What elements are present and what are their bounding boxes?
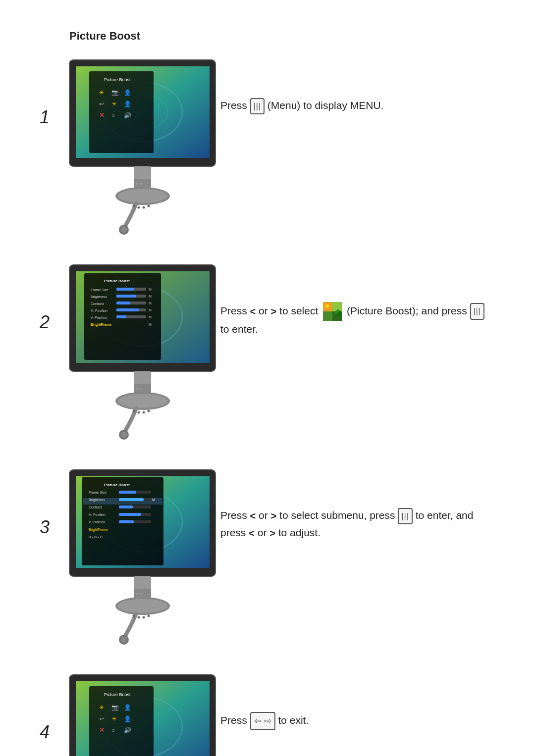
svg-text:V. Position: V. Position xyxy=(89,520,105,524)
svg-text:📷: 📷 xyxy=(111,89,119,96)
svg-rect-34 xyxy=(116,288,134,291)
svg-point-21 xyxy=(121,227,127,233)
svg-text:V. Position: V. Position xyxy=(91,316,107,319)
svg-rect-50 xyxy=(116,315,126,318)
step-1-number: 1 xyxy=(40,57,67,128)
svg-text:✳: ✳ xyxy=(99,704,104,711)
svg-text:✳: ✳ xyxy=(99,89,104,96)
svg-text:M: M xyxy=(149,295,152,298)
svg-text:🔊: 🔊 xyxy=(124,111,131,119)
svg-rect-42 xyxy=(116,302,130,304)
menu-button-icon-3: ||| xyxy=(398,508,412,525)
svg-text:Contrast: Contrast xyxy=(91,302,104,305)
svg-text:🔊: 🔊 xyxy=(124,726,131,734)
step-2-instruction: Press < or > to select (Picture Boost); … xyxy=(220,262,495,338)
page-title: Picture Boost xyxy=(69,30,495,43)
or-label-3: or xyxy=(259,509,271,521)
exit-button-icon: ⇦ ⇨ xyxy=(250,712,275,730)
svg-text:M: M xyxy=(149,315,152,319)
svg-point-63 xyxy=(148,410,150,412)
step-4-number: 4 xyxy=(40,672,67,743)
svg-text:👤: 👤 xyxy=(124,715,131,722)
svg-point-57 xyxy=(118,394,167,408)
svg-text:Picture Boost: Picture Boost xyxy=(104,483,130,487)
svg-point-61 xyxy=(138,411,140,414)
to-select-submenu: to select submenu, press xyxy=(279,509,398,521)
svg-text:noc: noc xyxy=(136,387,143,391)
svg-text:Frame Size: Frame Size xyxy=(89,491,107,494)
svg-point-103 xyxy=(138,616,140,619)
picture-boost-icon xyxy=(323,302,342,321)
svg-point-22 xyxy=(133,205,135,207)
press-label-2: Press xyxy=(220,305,250,316)
chevron-right-3: > xyxy=(271,510,277,521)
svg-point-23 xyxy=(138,206,140,209)
step-2-row: 2 Picture Boost Frame Size M Brightness … xyxy=(40,262,495,453)
step-2-number: 2 xyxy=(40,262,67,333)
svg-rect-67 xyxy=(323,311,332,321)
svg-text:👤: 👤 xyxy=(124,704,131,711)
svg-rect-87 xyxy=(119,505,133,508)
svg-text:○: ○ xyxy=(111,112,115,119)
to-enter-2: to enter. xyxy=(220,323,258,335)
svg-text:BrightFrame: BrightFrame xyxy=(89,528,108,532)
svg-text:BrightFrame: BrightFrame xyxy=(91,323,111,327)
svg-text:✕: ✕ xyxy=(99,111,105,119)
step-3-row: 3 Picture Boost Frame Size Brightness M … xyxy=(40,467,495,657)
svg-point-24 xyxy=(143,206,145,209)
svg-text:M: M xyxy=(149,302,152,305)
svg-point-71 xyxy=(325,304,329,308)
press-label-4: Press xyxy=(220,714,250,726)
step-1-text: (Menu) to display MENU. xyxy=(268,100,384,111)
svg-point-60 xyxy=(133,410,135,412)
svg-text:M: M xyxy=(149,308,152,312)
svg-text:↩: ↩ xyxy=(99,101,104,107)
svg-text:👤: 👤 xyxy=(124,89,131,96)
svg-text:📷: 📷 xyxy=(111,704,119,711)
press-label-3: Press xyxy=(220,509,250,521)
svg-text:M: M xyxy=(149,288,152,291)
chevron-left-3: < xyxy=(250,510,256,521)
svg-point-19 xyxy=(118,189,167,203)
svg-text:○: ○ xyxy=(111,727,115,734)
svg-point-104 xyxy=(143,616,145,619)
step-2-monitor: Picture Boost Frame Size M Brightness M … xyxy=(67,262,220,453)
page: Picture Boost 1 xyxy=(0,0,535,756)
svg-point-59 xyxy=(121,432,127,438)
step-1-instruction: Press ||| (Menu) to display MENU. xyxy=(220,57,495,114)
svg-point-105 xyxy=(148,615,150,617)
svg-point-62 xyxy=(143,411,145,414)
svg-text:Contrast: Contrast xyxy=(89,505,102,509)
svg-text:noc: noc xyxy=(136,592,143,596)
svg-text:M: M xyxy=(152,498,155,502)
to-select-2: to select xyxy=(279,305,321,316)
svg-rect-93 xyxy=(119,520,134,523)
to-adjust: to adjust. xyxy=(278,527,321,538)
step-1-monitor: Picture Boost ✳ 📷 👤 ↩ ☀ 👤 ✕ ○ 🔊 xyxy=(67,57,220,248)
chevron-left-2: < xyxy=(250,306,256,317)
svg-text:Picture Boost: Picture Boost xyxy=(104,692,131,697)
svg-point-25 xyxy=(148,205,150,207)
menu-button-icon-2: ||| xyxy=(470,303,484,320)
svg-text:↩: ↩ xyxy=(99,715,104,722)
svg-point-101 xyxy=(121,637,127,643)
menu-button-icon: ||| xyxy=(250,98,265,115)
step-3-instruction: Press < or > to select submenu, press ||… xyxy=(220,467,495,542)
svg-text:✕: ✕ xyxy=(99,726,105,734)
svg-text:B • N • O: B • N • O xyxy=(89,535,103,539)
step-3-monitor: Picture Boost Frame Size Brightness M Co… xyxy=(67,467,220,657)
svg-text:Picture Boost: Picture Boost xyxy=(104,279,130,283)
chevron-left-3b: < xyxy=(249,528,255,539)
svg-point-99 xyxy=(118,599,167,613)
chevron-right-3b: > xyxy=(269,528,275,539)
to-exit: to exit. xyxy=(278,714,309,726)
svg-text:Frame Size: Frame Size xyxy=(91,288,108,292)
press-label: Press xyxy=(220,100,247,111)
or-label-3b: or xyxy=(258,527,270,538)
step-4-monitor: Picture Boost ✳ 📷 👤 ↩ ☀ 👤 ✕ ○ 🔊 xyxy=(67,672,220,756)
svg-rect-90 xyxy=(119,513,141,516)
svg-text:Brightness: Brightness xyxy=(91,295,107,299)
svg-text:☀: ☀ xyxy=(111,715,117,722)
svg-rect-55 xyxy=(134,371,151,384)
picture-boost-label: (Picture Boost); and press xyxy=(347,305,470,316)
